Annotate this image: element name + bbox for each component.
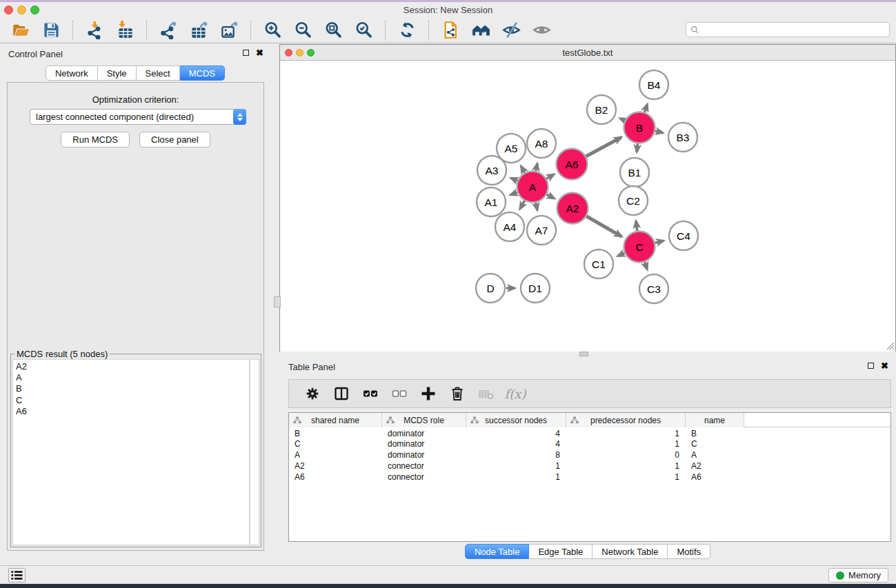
graph-edge-C-C4[interactable]: [655, 241, 664, 243]
select-all-columns-icon[interactable]: [357, 383, 384, 405]
table-cell[interactable]: 4: [466, 427, 566, 438]
table-tab-node-table[interactable]: Node Table: [465, 544, 530, 559]
graph-node-B[interactable]: B: [624, 112, 655, 143]
graph-edge-A-A7[interactable]: [536, 203, 537, 210]
column-header-successor-nodes[interactable]: successor nodes: [466, 413, 566, 427]
graph-node-B3[interactable]: B3: [668, 123, 697, 152]
column-header-name[interactable]: name: [686, 413, 744, 427]
graph-edge-B-B3[interactable]: [655, 131, 662, 133]
add-column-icon[interactable]: [415, 383, 441, 405]
graph-edge-B-B2[interactable]: [620, 119, 625, 121]
export-network-icon[interactable]: [155, 19, 181, 41]
table-row[interactable]: Bdominator41B: [289, 427, 890, 438]
graph-node-A4[interactable]: A4: [495, 212, 524, 241]
function-builder-icon[interactable]: f(x): [502, 383, 528, 405]
graph-edge-B-B4[interactable]: [644, 104, 647, 112]
graph-node-C[interactable]: C: [624, 232, 655, 263]
table-row[interactable]: A6connector11A6: [289, 471, 890, 482]
graph-edge-A-A1[interactable]: [510, 192, 517, 195]
column-header-mcds-role[interactable]: MCDS role: [382, 413, 466, 427]
show-graphics-icon[interactable]: [528, 19, 555, 41]
mcds-result-item[interactable]: C: [16, 395, 246, 406]
run-mcds-button[interactable]: Run MCDS: [61, 132, 130, 148]
mcds-result-item[interactable]: A2: [16, 361, 246, 372]
float-table-panel-icon[interactable]: [868, 363, 874, 369]
resize-grip-icon[interactable]: [885, 341, 895, 350]
graph-edge-A-A3[interactable]: [511, 178, 518, 181]
float-panel-icon[interactable]: [243, 50, 249, 56]
table-cell[interactable]: connector: [382, 460, 466, 471]
task-history-button[interactable]: [8, 568, 26, 582]
zoom-out-icon[interactable]: [290, 19, 316, 41]
graph-node-B4[interactable]: B4: [639, 70, 668, 99]
close-panel-button[interactable]: Close panel: [139, 132, 210, 148]
table-tab-network-table[interactable]: Network Table: [593, 544, 668, 559]
graph-node-A6[interactable]: A6: [557, 149, 588, 180]
close-table-panel-icon[interactable]: ✖: [881, 363, 888, 369]
graph-edge-C-C2[interactable]: [636, 221, 637, 231]
table-row[interactable]: Adominator80A: [289, 449, 890, 460]
search-field[interactable]: [686, 22, 890, 37]
open-session-icon[interactable]: [8, 19, 34, 41]
table-cell[interactable]: B: [289, 427, 382, 438]
result-scrollbar[interactable]: [250, 359, 259, 545]
mcds-result-item[interactable]: A: [16, 372, 246, 383]
graph-node-A7[interactable]: A7: [527, 216, 556, 245]
table-tab-edge-table[interactable]: Edge Table: [529, 544, 593, 559]
table-cell[interactable]: A6: [686, 471, 744, 482]
refresh-layout-icon[interactable]: [394, 19, 420, 41]
zoom-selected-icon[interactable]: [350, 19, 377, 41]
graph-node-A3[interactable]: A3: [477, 156, 506, 185]
table-cell[interactable]: dominator: [382, 449, 466, 460]
table-cell[interactable]: 1: [466, 460, 566, 471]
graph-edge-A-A6[interactable]: [546, 174, 554, 179]
graph-edge-C-C1[interactable]: [618, 253, 625, 256]
unselect-all-columns-icon[interactable]: [386, 383, 412, 405]
delete-table-icon[interactable]: [473, 383, 499, 405]
vertical-splitter-handle[interactable]: [274, 296, 281, 307]
graph-edge-A-A4[interactable]: [520, 201, 525, 209]
mcds-result-item[interactable]: A6: [16, 406, 246, 417]
table-cell[interactable]: C: [289, 438, 382, 449]
table-cell[interactable]: 1: [466, 471, 566, 482]
table-row[interactable]: Cdominator41C: [289, 438, 890, 449]
table-cell[interactable]: 1: [566, 471, 686, 482]
table-cell[interactable]: B: [686, 427, 744, 438]
graph-node-C4[interactable]: C4: [669, 221, 698, 250]
tab-network[interactable]: Network: [46, 65, 98, 81]
import-table-icon[interactable]: [112, 19, 138, 41]
graph-edge-A2-C[interactable]: [586, 216, 621, 236]
column-header-predecessor-nodes[interactable]: predecessor nodes: [566, 413, 686, 427]
hide-details-icon[interactable]: [498, 19, 524, 41]
graph-node-C3[interactable]: C3: [639, 274, 668, 303]
zoom-fit-icon[interactable]: [320, 19, 346, 41]
graph-edge-C-C3[interactable]: [644, 262, 647, 270]
home-icon[interactable]: [468, 19, 494, 41]
graph-node-B2[interactable]: B2: [587, 95, 616, 124]
graph-node-D[interactable]: D: [476, 274, 505, 303]
graph-edge-A-A5[interactable]: [521, 166, 525, 173]
criterion-select[interactable]: largest connected component (directed): [30, 109, 246, 125]
mcds-result-list[interactable]: A2ABCA6: [12, 359, 250, 545]
table-cell[interactable]: C: [686, 438, 744, 449]
graph-edge-A-A2[interactable]: [546, 194, 554, 199]
graph-edge-A6-B[interactable]: [586, 137, 621, 156]
table-cell[interactable]: 8: [466, 449, 566, 460]
save-session-icon[interactable]: [38, 19, 64, 41]
graph-node-C1[interactable]: C1: [584, 250, 613, 278]
delete-columns-icon[interactable]: [444, 383, 470, 405]
table-cell[interactable]: A6: [289, 471, 382, 482]
table-cell[interactable]: A: [289, 449, 382, 460]
column-header-shared-name[interactable]: shared name: [289, 413, 382, 427]
network-canvas[interactable]: B4B2BB3A5A8A6A3B1AA1C2A2A4A7CC4C1DD1C3: [280, 61, 895, 352]
zoom-in-icon[interactable]: [259, 19, 286, 41]
tab-select[interactable]: Select: [137, 65, 180, 81]
graph-node-A[interactable]: A: [517, 172, 548, 203]
network-window-titlebar[interactable]: testGlobe.txt: [280, 45, 895, 61]
table-row[interactable]: A2connector11A2: [289, 460, 890, 471]
export-table-icon[interactable]: [186, 19, 212, 41]
table-cell[interactable]: 1: [566, 427, 686, 438]
table-cell[interactable]: 1: [566, 438, 686, 449]
mcds-result-item[interactable]: B: [16, 383, 246, 394]
table-cell[interactable]: 1: [566, 460, 686, 471]
